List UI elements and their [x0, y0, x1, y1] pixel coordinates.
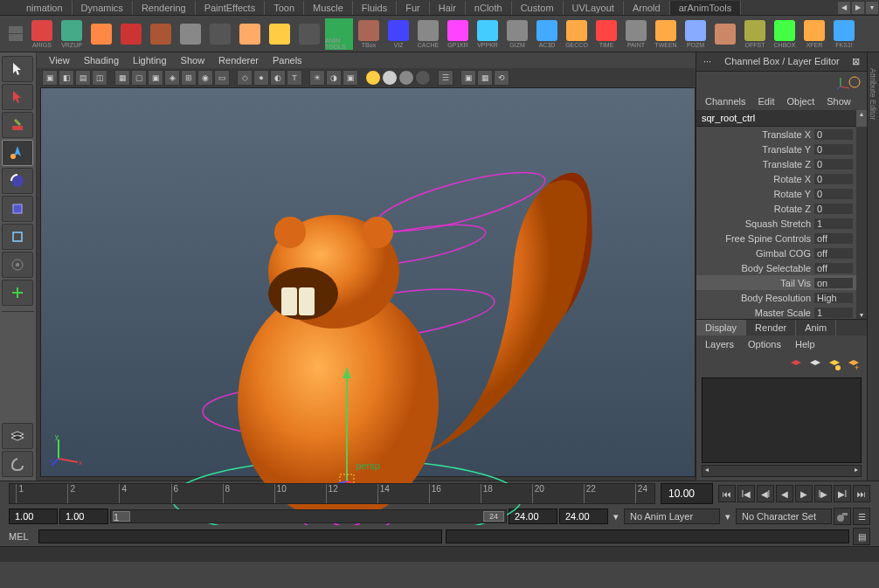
- range-slider[interactable]: 1 24: [110, 509, 507, 523]
- menu-hair[interactable]: Hair: [430, 1, 466, 15]
- shelf-button[interactable]: GIZM: [503, 18, 531, 50]
- step-forward-key-icon[interactable]: ▶I: [834, 485, 851, 502]
- channel-attr-row[interactable]: Rotate X0: [696, 171, 856, 186]
- shelf-button[interactable]: VRZUP: [58, 18, 86, 50]
- vp-safe-title-icon[interactable]: ▭: [214, 70, 230, 86]
- attr-value[interactable]: off: [814, 233, 853, 244]
- paint-select-tool[interactable]: [2, 112, 33, 138]
- shelf-button[interactable]: TIME: [592, 18, 620, 50]
- manip-axis-icon[interactable]: [835, 74, 862, 90]
- vp-bookmark-icon[interactable]: ◧: [59, 70, 74, 86]
- vp-isolate-icon[interactable]: ▣: [343, 70, 358, 86]
- shelf-button[interactable]: CACHE: [414, 18, 442, 50]
- menu-painteffects[interactable]: PaintEffects: [196, 1, 266, 15]
- channel-attr-row[interactable]: Translate Y0: [696, 142, 856, 156]
- vp-ipr-icon[interactable]: ▦: [477, 70, 493, 86]
- shelf-scroll-left-icon[interactable]: ◀: [838, 2, 850, 14]
- shelf-button[interactable]: VIZ: [384, 18, 412, 50]
- menu-ncloth[interactable]: nCloth: [466, 1, 512, 15]
- layer-tab-render[interactable]: Render: [746, 320, 796, 336]
- channel-attr-row[interactable]: Gimbal COGoff: [696, 246, 856, 260]
- attr-value[interactable]: 0: [814, 174, 853, 184]
- vp-menu-show[interactable]: Show: [174, 53, 212, 67]
- shelf-button[interactable]: [236, 18, 264, 50]
- vp-light-ball-4-icon[interactable]: [415, 70, 431, 86]
- scroll-down-icon[interactable]: ▾: [856, 311, 867, 319]
- vp-xray-icon[interactable]: ☰: [438, 70, 453, 86]
- show-manip-tool[interactable]: [2, 280, 33, 306]
- shelf-button[interactable]: VPPKR: [474, 18, 502, 50]
- attr-value[interactable]: 0: [814, 159, 853, 169]
- attr-value[interactable]: 0: [814, 204, 853, 214]
- layer-scrollbar[interactable]: ◂ ▸: [702, 465, 862, 477]
- attr-value[interactable]: 0: [814, 189, 853, 199]
- layer-new-icon[interactable]: [788, 356, 804, 372]
- vp-render-icon[interactable]: ▣: [460, 70, 476, 86]
- shelf-button[interactable]: OFFST: [741, 18, 769, 50]
- current-time-field[interactable]: 10.00: [661, 483, 713, 504]
- attr-value[interactable]: 1: [814, 308, 853, 318]
- channel-attr-row[interactable]: Squash Stretch1: [696, 216, 856, 231]
- shelf-scroll-right-icon[interactable]: ▶: [852, 2, 864, 14]
- shelf-button[interactable]: POZM: [682, 18, 709, 50]
- close-icon[interactable]: ⊠: [852, 56, 860, 67]
- step-forward-icon[interactable]: I▶: [814, 485, 832, 502]
- menu-uvlayout[interactable]: UVLayout: [564, 1, 624, 15]
- tab-attribute-editor[interactable]: Attribute Editor: [868, 61, 878, 481]
- shelf-button[interactable]: ARIGS: [28, 18, 56, 50]
- range-start-inner[interactable]: 1.00: [59, 508, 108, 524]
- channel-attr-row[interactable]: Translate Z0: [696, 156, 856, 171]
- vp-shaded-icon[interactable]: ●: [253, 70, 269, 86]
- vp-textured-icon[interactable]: T: [287, 70, 302, 86]
- step-back-icon[interactable]: ◀I: [757, 485, 774, 502]
- attr-value[interactable]: 1: [814, 218, 853, 229]
- move-tool[interactable]: [2, 140, 33, 166]
- shelf-button[interactable]: [295, 18, 323, 50]
- shelf-button[interactable]: FKS1!: [830, 18, 858, 50]
- attr-value[interactable]: on: [814, 278, 853, 288]
- snap-toggle-tool[interactable]: [2, 451, 33, 477]
- viewport-3d[interactable]: y x z persp: [40, 87, 696, 477]
- menu-rendering[interactable]: Rendering: [133, 1, 196, 15]
- vp-render-settings-icon[interactable]: ⟲: [494, 70, 509, 86]
- layer-add-sel-new-icon[interactable]: +: [846, 356, 862, 372]
- attr-value[interactable]: High: [814, 293, 853, 303]
- vp-field-chart-icon[interactable]: ⊞: [181, 70, 197, 86]
- ch-menu-object[interactable]: Object: [783, 94, 818, 108]
- selected-node-name[interactable]: sqr_root_ctrl: [696, 110, 856, 127]
- vp-wireframe-icon[interactable]: ◇: [237, 70, 253, 86]
- vp-menu-shading[interactable]: Shading: [77, 53, 126, 67]
- vp-menu-view[interactable]: View: [42, 53, 77, 67]
- shelf-button[interactable]: XFER: [800, 18, 828, 50]
- script-lang-label[interactable]: MEL: [9, 531, 35, 542]
- scroll-up-icon[interactable]: ▴: [856, 110, 867, 127]
- go-to-start-icon[interactable]: ⏮: [718, 485, 736, 502]
- channel-attr-row[interactable]: Tail Vison: [696, 275, 856, 290]
- vp-film-gate-icon[interactable]: ▢: [131, 70, 147, 86]
- layer-tab-display[interactable]: Display: [696, 320, 746, 336]
- play-back-icon[interactable]: ◀: [776, 485, 793, 502]
- shelf-menu-icon[interactable]: ▾: [866, 2, 878, 14]
- channel-attr-row[interactable]: Master Scale1: [696, 305, 856, 319]
- channel-attr-row[interactable]: Rotate Z0: [696, 201, 856, 216]
- channel-attr-row[interactable]: Free Spine Controlsoff: [696, 231, 856, 246]
- vp-select-cam-icon[interactable]: ▣: [42, 70, 58, 86]
- shelf-tab-handle-icon[interactable]: [9, 26, 23, 33]
- attr-value[interactable]: 0: [814, 144, 853, 155]
- scale-tool[interactable]: [2, 196, 33, 222]
- vp-light-ball-2-icon[interactable]: [382, 70, 398, 86]
- vp-image-plane-icon[interactable]: ▤: [75, 70, 91, 86]
- vp-menu-panels[interactable]: Panels: [266, 53, 309, 67]
- menu-toon[interactable]: Toon: [265, 1, 304, 15]
- vp-menu-renderer[interactable]: Renderer: [211, 53, 266, 67]
- play-forward-icon[interactable]: ▶: [795, 485, 813, 502]
- layer-toggle-tool[interactable]: [2, 423, 33, 449]
- go-to-end-icon[interactable]: ⏭: [853, 485, 870, 502]
- vp-wire-shaded-icon[interactable]: ◐: [270, 70, 286, 86]
- vp-res-gate-icon[interactable]: ▣: [148, 70, 163, 86]
- menu-arnold[interactable]: Arnold: [624, 1, 670, 15]
- shelf-button[interactable]: [206, 18, 234, 50]
- layer-add-sel-icon[interactable]: [827, 356, 842, 372]
- script-editor-icon[interactable]: ▤: [853, 528, 870, 545]
- shelf-button[interactable]: GECCO: [563, 18, 591, 50]
